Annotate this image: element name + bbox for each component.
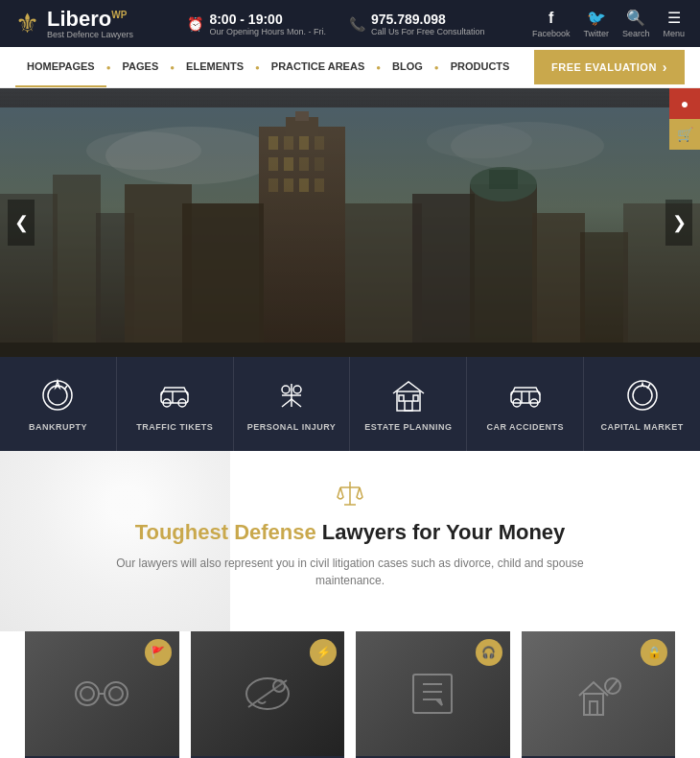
hours-label: Our Opening Hours Mon. - Fri. [209, 27, 326, 36]
svg-line-37 [64, 386, 67, 390]
intro-section: Toughest Defense Lawyers for Your Money … [0, 451, 700, 631]
cityscape-illustration [0, 107, 700, 357]
capital-label: CAPITAL MARKET [600, 422, 683, 432]
svg-rect-47 [405, 401, 412, 411]
practice-areas-bar: BANKRUPTY TRAFFIC TIKETS PERSONAL INJURY [0, 357, 700, 451]
intro-subtitle: Our lawyers will also represent you in c… [110, 555, 590, 589]
hero-section: ❮ ❯ ● 🛒 [0, 88, 700, 357]
traffic-label: TRAFFIC TIKETS [136, 422, 213, 432]
hero-side-btn-cart[interactable]: 🛒 [669, 119, 700, 150]
hero-side-btn-1[interactable]: ● [669, 88, 700, 119]
menu-link[interactable]: ☰ Menu [663, 9, 685, 38]
top-info: ⏰ 8:00 - 19:00 Our Opening Hours Mon. - … [155, 12, 517, 36]
card-medical-img: ⚡ [191, 631, 345, 756]
nav-items: HOMEPAGES ● PAGES ● ELEMENTS ● PRACTICE … [15, 47, 534, 87]
scales-icon [58, 480, 642, 512]
card-court-badge: 🚩 [145, 639, 172, 666]
card-family-badge: 🎧 [476, 639, 502, 666]
car-accidents-icon [506, 376, 545, 415]
capital-market-icon [623, 376, 662, 415]
menu-icon: ☰ [663, 9, 685, 27]
logo-text: LiberoWP Best Defence Lawyers [47, 9, 133, 39]
svg-rect-51 [511, 391, 540, 403]
svg-point-69 [273, 680, 285, 692]
svg-rect-49 [399, 395, 404, 401]
personal-injury-label: PERSONAL INJURY [247, 422, 337, 432]
title-rest: Lawyers for Your Money [316, 520, 566, 544]
bankrupty-label: BANKRUPTY [29, 422, 87, 432]
nav-practice-areas[interactable]: PRACTICE AREAS [260, 47, 376, 87]
hours-value: 8:00 - 19:00 [209, 12, 326, 27]
case-card-foreclosure[interactable]: 🔒 STOP A FORECLOSURE real estate law [522, 631, 676, 758]
phone-icon: 📞 [349, 16, 365, 32]
traffic-icon [155, 376, 194, 415]
estate-icon [389, 376, 428, 415]
svg-point-57 [633, 386, 652, 405]
bankrupty-icon [38, 376, 77, 415]
practice-bankrupty[interactable]: BANKRUPTY [0, 357, 117, 451]
card-medical-badge: ⚡ [310, 639, 337, 666]
case-cards: 🚩 IN THE COURT OF LAW criminal law ⚡ MED… [0, 631, 700, 758]
practice-personal-injury[interactable]: PERSONAL INJURY [234, 357, 351, 451]
svg-point-44 [282, 386, 290, 393]
clock-icon: ⏰ [187, 16, 203, 32]
brand-tagline: Best Defence Lawyers [47, 30, 133, 39]
card-family-img: 🎧 [356, 631, 510, 756]
social-links: f Facebook 🐦 Twitter 🔍 Search ☰ Menu [532, 9, 685, 38]
car-accidents-label: CAR ACCIDENTS [486, 422, 564, 432]
search-icon: 🔍 [622, 9, 650, 27]
practice-estate[interactable]: ESTATE PLANNING [350, 357, 467, 451]
svg-point-45 [293, 386, 301, 393]
hero-prev-button[interactable]: ❮ [8, 200, 35, 246]
practice-traffic[interactable]: TRAFFIC TIKETS [117, 357, 234, 451]
cta-label: FREE EVALUATION [551, 61, 657, 73]
logo-icon: ⚜ [15, 8, 39, 39]
search-link[interactable]: 🔍 Search [622, 9, 650, 38]
logo[interactable]: ⚜ LiberoWP Best Defence Lawyers [15, 8, 140, 39]
card-foreclosure-badge: 🔒 [641, 639, 667, 666]
hours-info: ⏰ 8:00 - 19:00 Our Opening Hours Mon. - … [187, 12, 326, 36]
intro-title: Toughest Defense Lawyers for Your Money [58, 520, 642, 545]
nav-pages[interactable]: PAGES [111, 47, 171, 87]
svg-point-66 [109, 687, 123, 700]
facebook-icon: f [532, 10, 571, 27]
estate-label: ESTATE PLANNING [364, 422, 452, 432]
svg-rect-74 [584, 694, 603, 715]
nav-elements[interactable]: ELEMENTS [175, 47, 255, 87]
free-evaluation-button[interactable]: FREE EVALUATION › [534, 50, 685, 84]
card-court-img: 🚩 [25, 631, 179, 756]
svg-rect-70 [413, 675, 452, 713]
svg-rect-50 [413, 395, 418, 401]
hero-side-buttons: ● 🛒 [669, 88, 700, 150]
case-card-medical[interactable]: ⚡ MEDICAL NEGLIGENCE medical malpractice [191, 631, 345, 758]
nav-products[interactable]: PRODUCTS [439, 47, 522, 87]
case-card-court[interactable]: 🚩 IN THE COURT OF LAW criminal law [25, 631, 179, 758]
nav-blog[interactable]: BLOG [381, 47, 434, 87]
practice-capital[interactable]: CAPITAL MARKET [584, 357, 700, 451]
case-card-family[interactable]: 🎧 FAMILY LAW insurance law [356, 631, 510, 758]
cta-arrow-icon: › [663, 59, 667, 75]
personal-injury-icon [272, 376, 311, 415]
title-highlight: Toughest Defense [135, 520, 316, 544]
svg-rect-77 [590, 701, 597, 715]
top-bar: ⚜ LiberoWP Best Defence Lawyers ⏰ 8:00 -… [0, 0, 700, 47]
phone-info[interactable]: 📞 975.789.098 Call Us For Free Consultat… [349, 12, 485, 36]
svg-rect-38 [161, 391, 188, 403]
twitter-icon: 🐦 [583, 9, 609, 27]
phone-number: 975.789.098 [371, 12, 485, 27]
facebook-link[interactable]: f Facebook [532, 10, 571, 38]
nav-homepages[interactable]: HOMEPAGES [15, 47, 106, 87]
twitter-link[interactable]: 🐦 Twitter [583, 9, 609, 38]
intro-content: Toughest Defense Lawyers for Your Money … [19, 480, 681, 612]
svg-rect-34 [0, 107, 700, 357]
nav-bar: HOMEPAGES ● PAGES ● ELEMENTS ● PRACTICE … [0, 47, 700, 88]
svg-point-65 [81, 687, 94, 700]
practice-car-accidents[interactable]: CAR ACCIDENTS [467, 357, 584, 451]
phone-label: Call Us For Free Consultation [371, 27, 485, 36]
hero-next-button[interactable]: ❯ [665, 200, 692, 246]
card-foreclosure-img: 🔒 [522, 631, 676, 756]
brand-name: LiberoWP [47, 9, 133, 30]
